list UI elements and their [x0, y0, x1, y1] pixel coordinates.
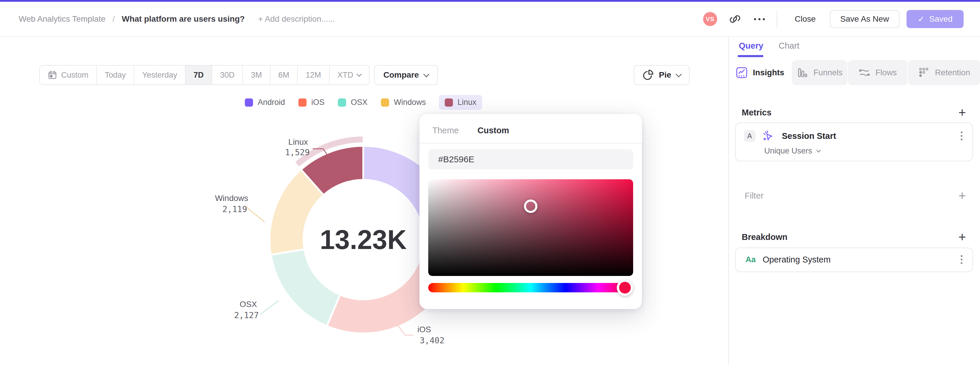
header: Web Analytics Template / What platform a… [0, 2, 980, 37]
tab-label: Flows [875, 68, 897, 77]
series-badge: A [744, 130, 756, 142]
save-as-new-button[interactable]: Save As New [830, 10, 900, 28]
metric-card-row: A Session Start [736, 123, 972, 142]
header-actions: VS Close Save As New ✓ Saved [703, 10, 964, 28]
popup-divider [420, 143, 642, 143]
breakdown-header-row: Breakdown + [729, 231, 980, 244]
funnels-icon [797, 67, 808, 78]
breakdown-card[interactable]: Aa Operating System [735, 247, 973, 272]
metrics-heading: Metrics [742, 108, 772, 118]
hue-slider-handle[interactable] [617, 279, 633, 296]
breadcrumb-project[interactable]: Web Analytics Template [19, 14, 105, 24]
saved-label: Saved [929, 14, 953, 24]
header-divider [776, 11, 777, 27]
slice-label-name: Linux [288, 137, 308, 147]
active-tab-underline [738, 55, 764, 57]
hex-value: #B2596E [438, 155, 474, 164]
tab-label: Retention [935, 68, 970, 77]
pie-slice-osx[interactable] [271, 249, 340, 326]
breakdown-heading: Breakdown [742, 232, 788, 242]
insight-type-tabs: InsightsFunnelsFlowsRetention [729, 60, 980, 85]
metrics-header-row: Metrics + [729, 106, 980, 119]
saved-button[interactable]: ✓ Saved [907, 10, 964, 28]
aggregation-label: Unique Users [764, 147, 812, 156]
query-sidebar: Query Chart InsightsFunnelsFlowsRetentio… [728, 37, 980, 365]
tab-query[interactable]: Query [739, 41, 764, 51]
check-icon: ✓ [918, 14, 924, 24]
avatar[interactable]: VS [703, 12, 717, 26]
chart-panel: CustomTodayYesterday7D30D3M6M12MXTD Comp… [0, 37, 728, 365]
breakdown-kebab-menu-icon[interactable] [959, 254, 964, 265]
slice-label-name: OSX [240, 300, 257, 309]
tab-chart[interactable]: Chart [779, 41, 799, 51]
chevron-down-icon [816, 148, 821, 153]
slice-label-value: 2,119 [223, 204, 247, 214]
filter-heading: Filter [742, 191, 764, 201]
metric-card[interactable]: A Session Start Unique Users [735, 123, 973, 161]
label-leader-line [245, 206, 265, 222]
color-picker-popup: Theme Custom #B2596E [420, 114, 642, 309]
label-leader-line [260, 301, 278, 315]
saturation-value-area[interactable] [428, 179, 633, 276]
tab-retention[interactable]: Retention [908, 60, 980, 85]
add-description-button[interactable]: + Add description...... [258, 14, 335, 24]
color-picker-tabs: Theme Custom [420, 114, 642, 135]
metric-kebab-menu-icon[interactable] [959, 130, 964, 142]
add-metric-button[interactable]: + [958, 106, 966, 119]
slice-label-name: Windows [215, 194, 248, 203]
tab-label: Insights [753, 68, 784, 77]
breadcrumb: Web Analytics Template / What platform a… [19, 14, 335, 24]
add-filter-button[interactable]: + [958, 189, 966, 202]
share-link-icon[interactable] [729, 13, 741, 25]
session-start-icon [762, 130, 774, 142]
tab-label: Funnels [813, 68, 843, 77]
breakdown-property-name: Operating System [763, 255, 953, 265]
slice-label-value: 2,127 [234, 311, 259, 320]
insights-icon [736, 67, 748, 78]
flows-icon [859, 67, 870, 78]
tab-insights[interactable]: Insights [729, 60, 791, 85]
page-title[interactable]: What platform are users using? [122, 14, 245, 24]
tab-funnels[interactable]: Funnels [792, 60, 848, 85]
add-breakdown-button[interactable]: + [958, 231, 966, 244]
string-property-badge: Aa [746, 255, 756, 264]
close-button[interactable]: Close [787, 10, 823, 28]
aggregation-dropdown[interactable]: Unique Users [736, 142, 972, 156]
slice-label-name: iOS [417, 325, 431, 334]
color-pointer[interactable] [524, 199, 538, 213]
breadcrumb-separator: / [112, 14, 115, 24]
hue-slider[interactable] [428, 283, 633, 292]
more-options-icon[interactable] [754, 18, 765, 20]
metric-event-name: Session Start [782, 131, 953, 141]
custom-tab[interactable]: Custom [477, 126, 509, 135]
theme-tab[interactable]: Theme [432, 126, 459, 135]
hex-color-input[interactable]: #B2596E [428, 150, 633, 169]
slice-label-value: 3,402 [420, 336, 444, 345]
donut-total-value: 13.23K [320, 225, 407, 255]
slice-label-value: 1,529 [285, 148, 310, 157]
tab-flows[interactable]: Flows [848, 60, 907, 85]
retention-icon [918, 67, 930, 78]
filter-header-row: Filter + [729, 189, 980, 202]
breakdown-card-row: Aa Operating System [736, 248, 972, 265]
